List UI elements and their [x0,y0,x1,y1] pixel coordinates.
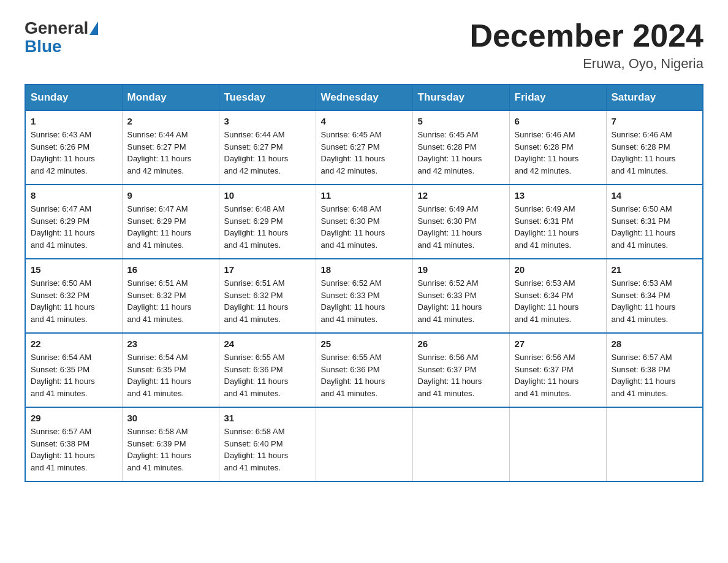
weekday-header-saturday: Saturday [606,85,703,110]
day-info: Sunrise: 6:55 AMSunset: 6:36 PMDaylight:… [224,351,311,399]
calendar-cell: 4 Sunrise: 6:45 AMSunset: 6:27 PMDayligh… [316,110,412,185]
day-info: Sunrise: 6:49 AMSunset: 6:30 PMDaylight:… [418,203,504,251]
logo-general-text: General [25,18,88,38]
day-number: 13 [515,190,601,201]
day-number: 17 [224,264,311,275]
day-number: 23 [127,339,214,349]
day-info: Sunrise: 6:45 AMSunset: 6:28 PMDaylight:… [418,129,504,177]
day-info: Sunrise: 6:43 AMSunset: 6:26 PMDaylight:… [31,129,117,177]
day-number: 3 [224,116,311,126]
calendar-cell: 24 Sunrise: 6:55 AMSunset: 6:36 PMDaylig… [219,333,316,407]
calendar-cell [606,407,703,481]
day-info: Sunrise: 6:46 AMSunset: 6:28 PMDaylight:… [612,129,698,177]
day-number: 26 [418,339,504,349]
calendar-cell: 31 Sunrise: 6:58 AMSunset: 6:40 PMDaylig… [219,407,316,481]
calendar-week-2: 8 Sunrise: 6:47 AMSunset: 6:29 PMDayligh… [25,185,703,259]
day-number: 6 [515,116,601,126]
calendar-cell: 28 Sunrise: 6:57 AMSunset: 6:38 PMDaylig… [606,333,703,407]
day-info: Sunrise: 6:58 AMSunset: 6:40 PMDaylight:… [224,426,311,473]
day-number: 15 [31,264,117,275]
calendar-cell: 29 Sunrise: 6:57 AMSunset: 6:38 PMDaylig… [25,407,122,481]
calendar-cell: 22 Sunrise: 6:54 AMSunset: 6:35 PMDaylig… [25,333,122,407]
location-subtitle: Eruwa, Oyo, Nigeria [469,56,703,72]
calendar-cell: 10 Sunrise: 6:48 AMSunset: 6:29 PMDaylig… [219,185,316,259]
logo-text: General [25,18,98,38]
day-info: Sunrise: 6:50 AMSunset: 6:32 PMDaylight:… [31,277,117,325]
day-number: 7 [612,116,698,126]
day-number: 12 [418,190,504,201]
day-number: 28 [612,339,698,349]
day-info: Sunrise: 6:44 AMSunset: 6:27 PMDaylight:… [127,129,214,177]
day-number: 2 [127,116,214,126]
calendar-cell: 17 Sunrise: 6:51 AMSunset: 6:32 PMDaylig… [219,259,316,333]
day-number: 10 [224,190,311,201]
day-number: 30 [127,413,214,423]
day-info: Sunrise: 6:47 AMSunset: 6:29 PMDaylight:… [31,203,117,251]
day-info: Sunrise: 6:53 AMSunset: 6:34 PMDaylight:… [612,277,698,325]
day-info: Sunrise: 6:54 AMSunset: 6:35 PMDaylight:… [31,351,117,399]
logo-blue-text: Blue [25,37,62,56]
day-info: Sunrise: 6:55 AMSunset: 6:36 PMDaylight:… [321,351,408,399]
day-number: 19 [418,264,504,275]
calendar-cell: 14 Sunrise: 6:50 AMSunset: 6:31 PMDaylig… [606,185,703,259]
weekday-header-monday: Monday [122,85,219,110]
calendar-cell: 15 Sunrise: 6:50 AMSunset: 6:32 PMDaylig… [25,259,122,333]
calendar-cell: 6 Sunrise: 6:46 AMSunset: 6:28 PMDayligh… [509,110,606,185]
calendar-cell: 16 Sunrise: 6:51 AMSunset: 6:32 PMDaylig… [122,259,219,333]
day-info: Sunrise: 6:48 AMSunset: 6:29 PMDaylight:… [224,203,311,251]
calendar-cell: 5 Sunrise: 6:45 AMSunset: 6:28 PMDayligh… [412,110,509,185]
day-info: Sunrise: 6:57 AMSunset: 6:38 PMDaylight:… [31,426,117,473]
calendar-week-3: 15 Sunrise: 6:50 AMSunset: 6:32 PMDaylig… [25,259,703,333]
calendar-table: SundayMondayTuesdayWednesdayThursdayFrid… [25,84,703,482]
weekday-header-wednesday: Wednesday [316,85,412,110]
day-info: Sunrise: 6:45 AMSunset: 6:27 PMDaylight:… [321,129,408,177]
day-info: Sunrise: 6:57 AMSunset: 6:38 PMDaylight:… [612,351,698,399]
day-number: 29 [31,413,117,423]
day-number: 18 [321,264,408,275]
calendar-cell: 9 Sunrise: 6:47 AMSunset: 6:29 PMDayligh… [122,185,219,259]
day-info: Sunrise: 6:44 AMSunset: 6:27 PMDaylight:… [224,129,311,177]
calendar-cell: 7 Sunrise: 6:46 AMSunset: 6:28 PMDayligh… [606,110,703,185]
calendar-cell: 2 Sunrise: 6:44 AMSunset: 6:27 PMDayligh… [122,110,219,185]
weekday-header-friday: Friday [509,85,606,110]
day-info: Sunrise: 6:51 AMSunset: 6:32 PMDaylight:… [224,277,311,325]
calendar-week-4: 22 Sunrise: 6:54 AMSunset: 6:35 PMDaylig… [25,333,703,407]
day-info: Sunrise: 6:56 AMSunset: 6:37 PMDaylight:… [515,351,601,399]
calendar-cell: 1 Sunrise: 6:43 AMSunset: 6:26 PMDayligh… [25,110,122,185]
calendar-cell: 12 Sunrise: 6:49 AMSunset: 6:30 PMDaylig… [412,185,509,259]
month-title: December 2024 [469,18,703,53]
day-info: Sunrise: 6:52 AMSunset: 6:33 PMDaylight:… [321,277,408,325]
day-info: Sunrise: 6:49 AMSunset: 6:31 PMDaylight:… [515,203,601,251]
calendar-cell [412,407,509,481]
calendar-cell: 27 Sunrise: 6:56 AMSunset: 6:37 PMDaylig… [509,333,606,407]
weekday-header-tuesday: Tuesday [219,85,316,110]
day-number: 20 [515,264,601,275]
calendar-cell: 19 Sunrise: 6:52 AMSunset: 6:33 PMDaylig… [412,259,509,333]
day-number: 24 [224,339,311,349]
weekday-header-thursday: Thursday [412,85,509,110]
day-number: 4 [321,116,408,126]
calendar-cell: 11 Sunrise: 6:48 AMSunset: 6:30 PMDaylig… [316,185,412,259]
weekday-header-sunday: Sunday [25,85,122,110]
calendar-week-1: 1 Sunrise: 6:43 AMSunset: 6:26 PMDayligh… [25,110,703,185]
calendar-week-5: 29 Sunrise: 6:57 AMSunset: 6:38 PMDaylig… [25,407,703,481]
calendar-cell: 23 Sunrise: 6:54 AMSunset: 6:35 PMDaylig… [122,333,219,407]
weekday-header-row: SundayMondayTuesdayWednesdayThursdayFrid… [25,85,703,110]
day-number: 16 [127,264,214,275]
calendar-cell: 21 Sunrise: 6:53 AMSunset: 6:34 PMDaylig… [606,259,703,333]
logo-triangle-icon [89,21,98,35]
day-number: 22 [31,339,117,349]
day-info: Sunrise: 6:46 AMSunset: 6:28 PMDaylight:… [515,129,601,177]
calendar-cell: 18 Sunrise: 6:52 AMSunset: 6:33 PMDaylig… [316,259,412,333]
day-number: 14 [612,190,698,201]
day-info: Sunrise: 6:58 AMSunset: 6:39 PMDaylight:… [127,426,214,473]
day-info: Sunrise: 6:51 AMSunset: 6:32 PMDaylight:… [127,277,214,325]
calendar-cell [509,407,606,481]
day-number: 11 [321,190,408,201]
calendar-cell: 3 Sunrise: 6:44 AMSunset: 6:27 PMDayligh… [219,110,316,185]
calendar-cell [316,407,412,481]
page-header: General Blue December 2024 Eruwa, Oyo, N… [25,18,703,72]
day-info: Sunrise: 6:50 AMSunset: 6:31 PMDaylight:… [612,203,698,251]
day-number: 25 [321,339,408,349]
day-info: Sunrise: 6:54 AMSunset: 6:35 PMDaylight:… [127,351,214,399]
